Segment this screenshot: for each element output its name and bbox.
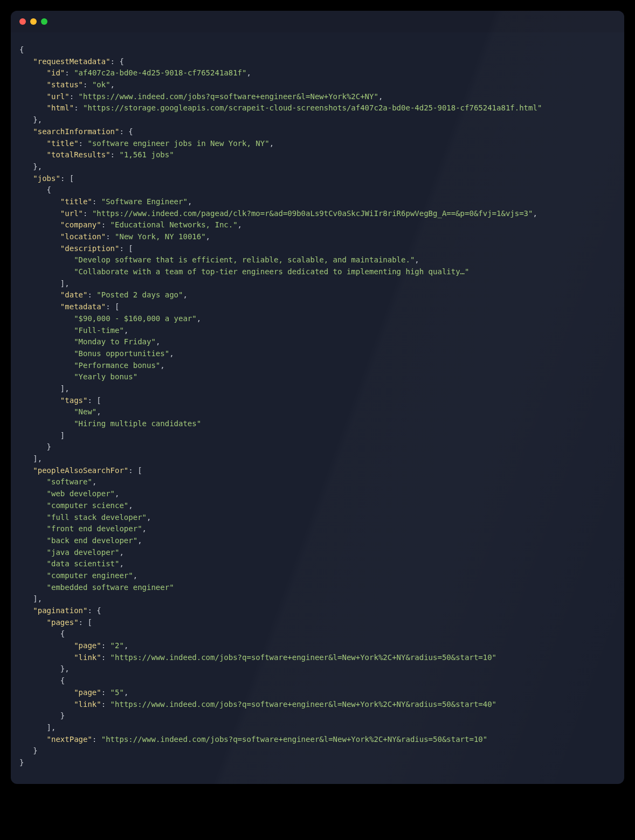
- code-block: { "requestMetadata": { "id": "af407c2a-b…: [11, 32, 624, 784]
- minimize-icon[interactable]: [30, 18, 37, 25]
- maximize-icon[interactable]: [41, 18, 47, 25]
- code-window: { "requestMetadata": { "id": "af407c2a-b…: [11, 11, 624, 784]
- titlebar: [11, 11, 624, 32]
- close-icon[interactable]: [19, 18, 26, 25]
